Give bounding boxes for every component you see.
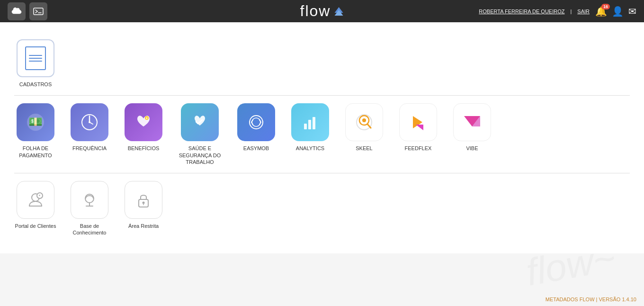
svg-point-8 xyxy=(89,121,90,123)
app-analytics[interactable]: ANALYTICS xyxy=(289,103,331,152)
notification-badge: 16 xyxy=(601,4,610,9)
apps-row: 💵 FOLHA DE PAGAMENTO FREQUÊNCIA xyxy=(14,103,630,165)
restrita-icon xyxy=(125,181,162,219)
header: flow ROBERTA FERREIRA DE QUEIROZ | SAIR … xyxy=(0,0,644,22)
main-content: CADASTROS 💵 FOLHA DE PAGAMENTO xyxy=(0,22,644,253)
easymob-label: EASYMOB xyxy=(243,145,269,152)
portal-label: Portal de Clientes xyxy=(15,223,56,229)
analytics-label: ANALYTICS xyxy=(296,145,324,152)
frequencia-icon xyxy=(71,103,108,141)
feedflex-icon xyxy=(399,103,437,141)
app-base[interactable]: Base de Conhecimento xyxy=(68,181,111,236)
sair-link[interactable]: SAIR xyxy=(577,9,590,14)
easymob-icon xyxy=(237,103,275,141)
logo-text: flow xyxy=(300,2,331,20)
app-easymob[interactable]: EASYMOB xyxy=(235,103,277,152)
app-saude[interactable]: SAÚDE E SEGURANÇA DO TRABALHO xyxy=(176,103,224,165)
mail-icon[interactable]: ✉ xyxy=(628,6,636,17)
base-label: Base de Conhecimento xyxy=(68,223,111,236)
cloud-icon-button[interactable] xyxy=(8,2,26,20)
svg-rect-0 xyxy=(34,8,43,15)
section-utilities: Portal de Clientes Base de Conhecimento xyxy=(14,173,630,244)
header-left xyxy=(8,2,47,20)
cadastros-inner-icon xyxy=(25,46,46,70)
beneficios-icon: ✦ xyxy=(125,103,162,141)
folha-icon: 💵 xyxy=(17,103,54,141)
portal-icon xyxy=(17,181,54,219)
svg-point-32 xyxy=(143,202,145,204)
restrita-label: Área Restrita xyxy=(128,223,159,229)
svg-rect-15 xyxy=(313,117,315,129)
svg-point-12 xyxy=(252,118,260,126)
svg-rect-13 xyxy=(304,124,307,129)
base-icon xyxy=(71,181,108,219)
svg-text:✦: ✦ xyxy=(145,117,148,120)
skeel-icon xyxy=(345,103,383,141)
svg-marker-21 xyxy=(416,125,423,130)
app-cadastros[interactable]: CADASTROS xyxy=(14,39,57,88)
beneficios-label: BENEFÍCIOS xyxy=(128,145,160,152)
footer: METADADOS FLOW | VERSÃO 1.4.10 xyxy=(546,297,636,302)
cadastros-line-3 xyxy=(29,61,42,62)
notification-button[interactable]: 🔔 16 xyxy=(595,6,607,17)
footer-text: METADADOS FLOW | VERSÃO 1.4.10 xyxy=(546,297,636,302)
header-action-icons: 🔔 16 👤 ✉ xyxy=(595,6,636,17)
app-portal[interactable]: Portal de Clientes xyxy=(14,181,57,229)
vibe-label: VIBE xyxy=(466,145,478,152)
cadastros-row: CADASTROS xyxy=(14,39,630,88)
cadastros-icon xyxy=(17,39,54,77)
app-beneficios[interactable]: ✦ BENEFÍCIOS xyxy=(122,103,165,152)
folha-label: FOLHA DE PAGAMENTO xyxy=(14,145,57,159)
terminal-icon-button[interactable] xyxy=(29,2,47,20)
section-cadastros: CADASTROS xyxy=(14,32,630,96)
header-right: ROBERTA FERREIRA DE QUEIROZ | SAIR 🔔 16 … xyxy=(479,6,636,17)
vibe-icon xyxy=(453,103,491,141)
utilities-row: Portal de Clientes Base de Conhecimento xyxy=(14,181,630,236)
saude-label: SAÚDE E SEGURANÇA DO TRABALHO xyxy=(176,145,224,165)
app-feedflex[interactable]: FEEDFLEX xyxy=(397,103,439,152)
section-apps: 💵 FOLHA DE PAGAMENTO FREQUÊNCIA xyxy=(14,96,630,173)
app-skeel[interactable]: SKEEL xyxy=(343,103,385,152)
skeel-label: SKEEL xyxy=(356,145,372,152)
app-vibe[interactable]: VIBE xyxy=(451,103,493,152)
app-folha[interactable]: 💵 FOLHA DE PAGAMENTO xyxy=(14,103,57,159)
svg-rect-14 xyxy=(308,120,311,129)
user-separator: | xyxy=(570,9,572,14)
saude-icon xyxy=(181,103,219,141)
svg-text:💵: 💵 xyxy=(28,115,43,128)
header-logo: flow xyxy=(300,2,344,20)
profile-icon[interactable]: 👤 xyxy=(612,6,624,17)
cadastros-label: CADASTROS xyxy=(19,81,52,88)
cadastros-line-1 xyxy=(29,55,42,56)
user-name[interactable]: ROBERTA FERREIRA DE QUEIROZ xyxy=(479,9,564,14)
app-restrita[interactable]: Área Restrita xyxy=(122,181,165,229)
analytics-icon xyxy=(291,103,329,141)
app-frequencia[interactable]: FREQUÊNCIA xyxy=(68,103,111,152)
feedflex-label: FEEDFLEX xyxy=(405,145,432,152)
svg-point-18 xyxy=(362,118,366,122)
frequencia-label: FREQUÊNCIA xyxy=(72,145,107,152)
cadastros-line-2 xyxy=(29,58,42,59)
